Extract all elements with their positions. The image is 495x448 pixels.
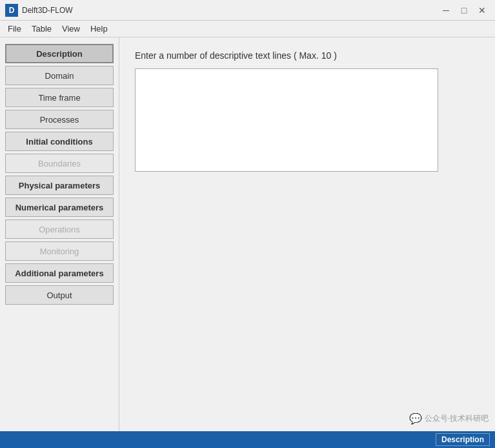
nav-btn-time-frame[interactable]: Time frame xyxy=(5,88,114,107)
nav-btn-initial-conditions[interactable]: Initial conditions xyxy=(5,132,114,151)
close-button[interactable]: ✕ xyxy=(474,4,490,17)
app-logo: D xyxy=(5,4,18,17)
nav-btn-description[interactable]: Description xyxy=(5,44,114,63)
menu-item-help[interactable]: Help xyxy=(85,22,113,36)
nav-btn-domain[interactable]: Domain xyxy=(5,66,114,85)
menu-item-view[interactable]: View xyxy=(57,22,85,36)
menu-item-file[interactable]: File xyxy=(3,22,26,36)
menu-bar: File Table View Help xyxy=(0,21,495,37)
menu-item-table[interactable]: Table xyxy=(26,22,57,36)
maximize-button[interactable]: □ xyxy=(456,4,472,17)
minimize-button[interactable]: ─ xyxy=(438,4,454,17)
content-description-label: Enter a number of descriptive text lines… xyxy=(135,50,480,61)
sidebar: Description Domain Time frame Processes … xyxy=(0,37,119,431)
nav-btn-boundaries: Boundaries xyxy=(5,154,114,173)
nav-btn-output[interactable]: Output xyxy=(5,285,114,305)
watermark: 💬 公众号·技术科研吧 xyxy=(409,412,489,425)
status-bar-label: Description xyxy=(436,433,490,446)
nav-btn-physical-parameters[interactable]: Physical parameters xyxy=(5,176,114,195)
nav-btn-numerical-parameters[interactable]: Numerical parameters xyxy=(5,198,114,217)
nav-btn-processes[interactable]: Processes xyxy=(5,110,114,129)
title-bar: D Delft3D-FLOW ─ □ ✕ xyxy=(0,0,495,21)
main-container: Description Domain Time frame Processes … xyxy=(0,37,495,431)
description-textarea[interactable] xyxy=(135,68,438,172)
nav-btn-additional-parameters[interactable]: Additional parameters xyxy=(5,263,114,283)
nav-btn-monitoring: Monitoring xyxy=(5,241,114,261)
nav-btn-operations: Operations xyxy=(5,219,114,239)
window-controls: ─ □ ✕ xyxy=(438,4,490,17)
app-title: Delft3D-FLOW xyxy=(22,6,438,15)
status-bar: Description xyxy=(0,431,495,448)
content-area: Enter a number of descriptive text lines… xyxy=(119,37,495,431)
